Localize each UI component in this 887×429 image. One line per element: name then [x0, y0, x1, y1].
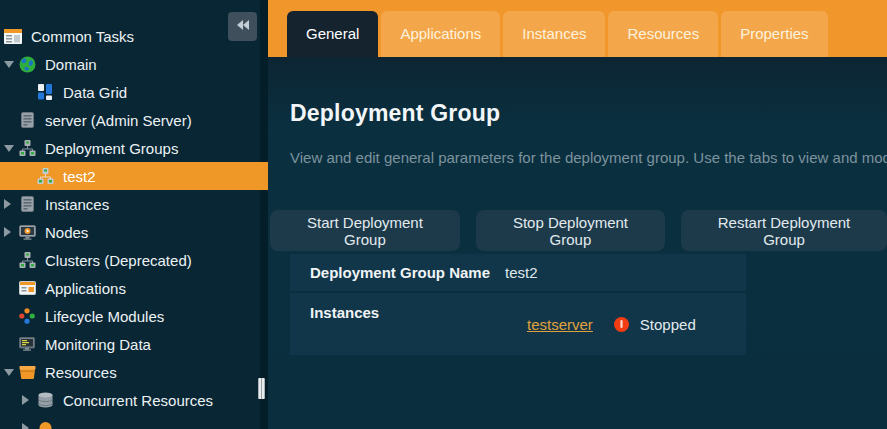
instance-cell: testserver Stopped	[505, 293, 696, 355]
properties-table: Deployment Group Name test2 Instances te…	[290, 254, 746, 355]
start-deployment-group-button[interactable]: Start Deployment Group	[270, 210, 460, 251]
common-tasks-icon	[4, 29, 22, 44]
sidebar-item-test2[interactable]: test2	[0, 162, 268, 190]
sidebar-item-clusters[interactable]: Clusters (Deprecated)	[0, 246, 268, 274]
sidebar-item-label: Lifecycle Modules	[45, 308, 164, 325]
applications-icon	[18, 281, 36, 295]
chevron-right-icon[interactable]	[22, 395, 36, 405]
sidebar-item-concurrent-resources[interactable]: Concurrent Resources	[0, 386, 268, 414]
sidebar-item-instances[interactable]: Instances	[0, 190, 268, 218]
resources-box-icon	[18, 365, 36, 379]
tab-bar: General Applications Instances Resources…	[268, 0, 887, 57]
table-row: Deployment Group Name test2	[290, 254, 746, 291]
chevron-down-icon[interactable]	[4, 369, 18, 376]
data-grid-icon	[36, 84, 54, 100]
main-content-panel: Deployment Group View and edit general p…	[268, 57, 887, 429]
sidebar-item-label: Data Grid	[63, 84, 127, 101]
tab-instances[interactable]: Instances	[503, 11, 605, 57]
sidebar-item-label: Applications	[45, 280, 126, 297]
sidebar-item-label: server (Admin Server)	[45, 112, 192, 129]
chevron-down-icon[interactable]	[4, 145, 18, 152]
connector-icon	[36, 420, 54, 429]
status-text: Stopped	[640, 316, 696, 333]
database-icon	[36, 392, 54, 408]
domain-globe-icon	[18, 56, 36, 73]
node-monitor-icon	[18, 225, 36, 240]
sidebar-item-label: Deployment Groups	[45, 140, 178, 157]
sidebar-item-label: Monitoring Data	[45, 336, 151, 353]
monitoring-data-icon	[18, 337, 36, 351]
sidebar-item-lifecycle-modules[interactable]: Lifecycle Modules	[0, 302, 268, 330]
chevron-down-icon[interactable]	[4, 61, 18, 68]
sidebar-item-data-grid[interactable]: Data Grid	[0, 78, 268, 106]
deployment-group-name-label: Deployment Group Name	[290, 264, 505, 281]
instances-label: Instances	[290, 293, 505, 355]
sidebar-item-label: test2	[63, 168, 96, 185]
action-button-row: Start Deployment Group Stop Deployment G…	[270, 210, 887, 251]
server-icon	[18, 196, 36, 212]
chevron-right-icon[interactable]	[22, 423, 36, 429]
sidebar-item-server[interactable]: server (Admin Server)	[0, 106, 268, 134]
cluster-icon	[36, 168, 54, 184]
sidebar-item-label: Domain	[45, 56, 97, 73]
restart-deployment-group-button[interactable]: Restart Deployment Group	[681, 210, 887, 251]
admin-console-window: Common Tasks Domain Data Grid	[0, 0, 887, 429]
sidebar-item-monitoring-data[interactable]: Monitoring Data	[0, 330, 268, 358]
sidebar-tree-panel: Common Tasks Domain Data Grid	[0, 0, 268, 429]
cluster-icon	[18, 140, 36, 156]
cluster-icon	[18, 252, 36, 268]
navigation-tree: Common Tasks Domain Data Grid	[0, 0, 268, 429]
sidebar-item-partial[interactable]	[0, 414, 268, 429]
sidebar-item-label: Common Tasks	[31, 28, 134, 45]
collapse-left-icon	[236, 19, 250, 34]
table-row: Instances testserver Stopped	[290, 293, 746, 355]
lifecycle-modules-icon	[18, 308, 36, 324]
sidebar-item-resources[interactable]: Resources	[0, 358, 268, 386]
deployment-group-name-value: test2	[505, 264, 538, 281]
chevron-right-icon[interactable]	[4, 199, 18, 209]
sidebar-item-label: Concurrent Resources	[63, 392, 213, 409]
tab-properties[interactable]: Properties	[721, 11, 827, 57]
sidebar-item-label: Nodes	[45, 224, 88, 241]
page-title: Deployment Group	[290, 100, 887, 127]
sidebar-item-applications[interactable]: Applications	[0, 274, 268, 302]
server-icon	[18, 112, 36, 128]
testserver-link[interactable]: testserver	[527, 316, 593, 333]
sidebar-item-deployment-groups[interactable]: Deployment Groups	[0, 134, 268, 162]
sidebar-item-label: Resources	[45, 364, 117, 381]
sidebar-item-nodes[interactable]: Nodes	[0, 218, 268, 246]
chevron-right-icon[interactable]	[4, 227, 18, 237]
sidebar-item-label: Clusters (Deprecated)	[45, 252, 192, 269]
tab-resources[interactable]: Resources	[608, 11, 718, 57]
stopped-status-icon	[613, 316, 630, 333]
sidebar-item-label: Instances	[45, 196, 109, 213]
tab-general[interactable]: General	[287, 11, 378, 57]
tab-applications[interactable]: Applications	[381, 11, 500, 57]
stop-deployment-group-button[interactable]: Stop Deployment Group	[476, 210, 665, 251]
page-description: View and edit general parameters for the…	[290, 149, 887, 166]
sidebar-item-domain[interactable]: Domain	[0, 50, 268, 78]
splitter-drag-handle[interactable]	[258, 378, 265, 399]
sidebar-collapse-button[interactable]	[228, 12, 257, 41]
